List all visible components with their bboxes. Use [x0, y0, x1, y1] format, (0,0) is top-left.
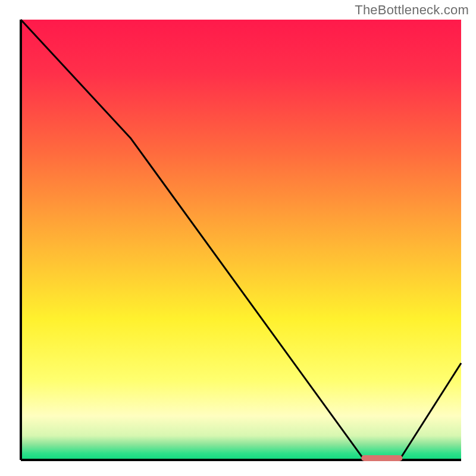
attribution-text: TheBottleneck.com	[355, 2, 469, 18]
bottleneck-chart	[0, 0, 476, 476]
plot-background	[21, 20, 461, 460]
chart-container: TheBottleneck.com	[0, 0, 476, 476]
